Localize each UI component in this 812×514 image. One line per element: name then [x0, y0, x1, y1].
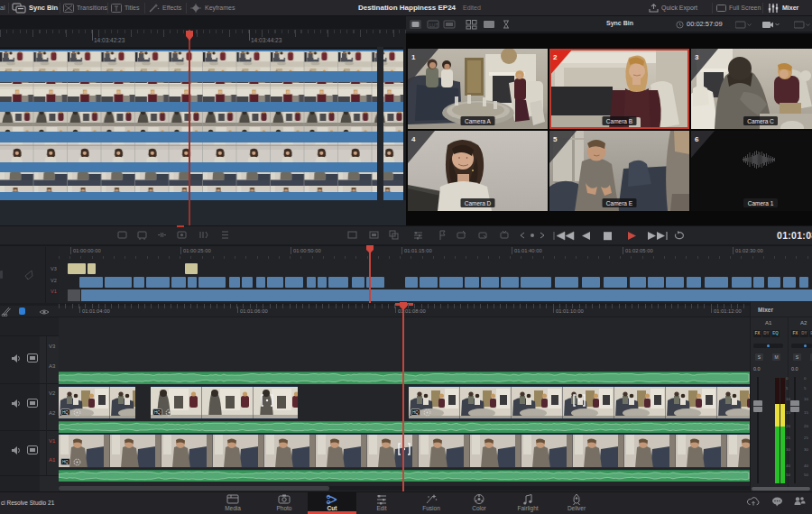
svg-text:Camera C: Camera C — [747, 118, 774, 124]
svg-text:2: 2 — [553, 53, 558, 61]
svg-text:Camera A: Camera A — [465, 118, 492, 124]
svg-text:Camera B: Camera B — [606, 118, 632, 124]
svg-text:Camera D: Camera D — [465, 200, 492, 207]
svg-text:5: 5 — [553, 135, 558, 143]
svg-text:6: 6 — [695, 135, 699, 143]
svg-text:Camera 1: Camera 1 — [748, 200, 774, 207]
svg-text:Camera E: Camera E — [606, 200, 633, 207]
svg-text:1: 1 — [411, 53, 416, 61]
svg-text:LUT: LUT — [429, 23, 438, 28]
svg-text:4: 4 — [411, 135, 416, 143]
svg-text:3: 3 — [695, 53, 699, 61]
